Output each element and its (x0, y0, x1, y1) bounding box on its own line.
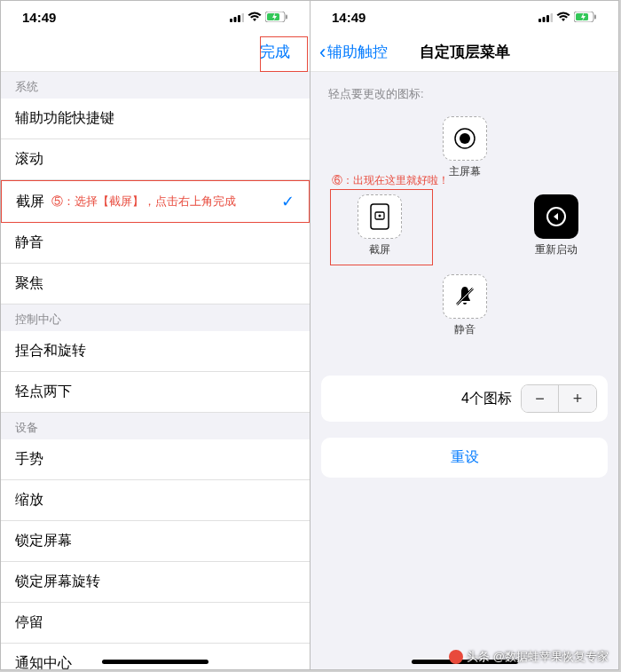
row-lock-rotation[interactable]: 锁定屏幕旋转 (1, 562, 310, 603)
section-header-device: 设备 (1, 413, 310, 439)
row-scroll[interactable]: 滚动 (1, 139, 310, 180)
screenshot-icon (370, 203, 389, 230)
page-title: 自定顶层菜单 (420, 42, 510, 62)
status-time: 14:49 (332, 10, 366, 25)
done-button[interactable]: 完成 (251, 36, 299, 67)
hint-text: 轻点要更改的图标: (310, 77, 618, 109)
icon-grid: ⑥：出现在这里就好啦！ 主屏幕 截屏 重新启动 静音 (310, 109, 618, 367)
mute-icon (453, 285, 476, 308)
svg-point-15 (460, 133, 470, 144)
svg-rect-6 (286, 15, 287, 20)
check-icon: ✓ (281, 192, 295, 211)
tile-screenshot[interactable]: 截屏 (351, 194, 408, 257)
tile-home[interactable]: 主屏幕 (436, 116, 493, 179)
watermark-logo-icon (449, 650, 463, 664)
nav-bar-left: 完成 (1, 33, 310, 72)
row-zoom[interactable]: 缩放 (1, 480, 310, 521)
svg-rect-10 (551, 13, 554, 22)
status-icons (230, 12, 288, 22)
signal-icon (230, 12, 244, 22)
row-screenshot[interactable]: 截屏 ⑤：选择【截屏】，点击右上角完成 ✓ (1, 180, 310, 223)
icon-count-stepper: − + (521, 384, 597, 413)
svg-rect-1 (234, 17, 237, 22)
reset-button[interactable]: 重设 (321, 438, 608, 478)
status-bar: 14:49 (1, 1, 310, 33)
stepper-minus[interactable]: − (522, 385, 559, 412)
watermark: 头条 @数据蛙苹果恢复专家 (449, 649, 609, 665)
section-header-system: 系统 (1, 72, 310, 99)
stepper-plus[interactable]: + (559, 385, 596, 412)
status-icons (538, 12, 597, 22)
section-header-control: 控制中心 (1, 304, 310, 331)
row-dwell[interactable]: 停留 (1, 603, 310, 644)
chevron-left-icon: ‹ (319, 41, 326, 64)
tile-mute[interactable]: 静音 (436, 274, 493, 337)
signal-icon (538, 12, 553, 22)
svg-rect-9 (546, 15, 549, 22)
battery-icon (574, 12, 597, 22)
row-gestures[interactable]: 手势 (1, 439, 310, 480)
svg-rect-8 (543, 17, 546, 22)
row-double-tap[interactable]: 轻点两下 (1, 372, 310, 413)
svg-rect-2 (238, 15, 240, 22)
svg-point-18 (379, 215, 381, 217)
svg-rect-0 (230, 19, 232, 22)
restart-icon (546, 206, 567, 227)
row-focus[interactable]: 聚焦 (1, 264, 310, 304)
row-accessibility-shortcut[interactable]: 辅助功能快捷键 (1, 99, 310, 139)
row-pinch-rotate[interactable]: 捏合和旋转 (1, 331, 310, 372)
annotation-6: ⑥：出现在这里就好啦！ (332, 173, 449, 188)
battery-icon (265, 12, 288, 22)
tile-restart[interactable]: 重新启动 (528, 194, 585, 257)
settings-list: 系统 辅助功能快捷键 滚动 截屏 ⑤：选择【截屏】，点击右上角完成 ✓ 静音 聚… (1, 72, 310, 670)
home-indicator[interactable] (102, 660, 208, 664)
status-time: 14:49 (22, 10, 56, 25)
icon-count-label: 4个图标 (461, 390, 512, 408)
svg-rect-13 (594, 15, 596, 20)
svg-rect-3 (242, 13, 245, 22)
icon-count-row: 4个图标 − + (321, 376, 608, 422)
nav-bar-right: ‹ 辅助触控 自定顶层菜单 (310, 33, 618, 72)
wifi-icon (556, 12, 570, 22)
row-mute[interactable]: 静音 (1, 223, 310, 264)
svg-rect-7 (538, 19, 541, 22)
wifi-icon (248, 12, 262, 22)
svg-marker-20 (554, 213, 558, 220)
status-bar: 14:49 (310, 1, 618, 33)
back-button[interactable]: ‹ 辅助触控 (319, 41, 388, 64)
row-notification-center[interactable]: 通知中心 (1, 644, 310, 670)
row-lock-screen[interactable]: 锁定屏幕 (1, 521, 310, 562)
annotation-5: ⑤：选择【截屏】，点击右上角完成 (51, 194, 236, 210)
home-icon (453, 127, 476, 150)
